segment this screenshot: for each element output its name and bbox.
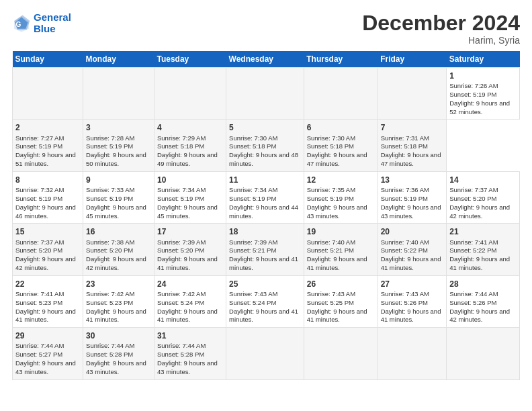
sunrise-text: Sunrise: 7:42 AM [86, 290, 151, 299]
sunrise-text: Sunrise: 7:44 AM [15, 342, 80, 351]
calendar-week-row: 15Sunrise: 7:37 AMSunset: 5:20 PMDayligh… [13, 224, 520, 275]
sunrise-text: Sunrise: 7:43 AM [307, 290, 375, 299]
sunrise-text: Sunrise: 7:42 AM [157, 290, 223, 299]
sunset-text: Sunset: 5:18 PM [381, 142, 444, 151]
sunrise-text: Sunrise: 7:34 AM [157, 186, 223, 195]
sunset-text: Sunset: 5:24 PM [157, 299, 223, 308]
day-number: 28 [449, 279, 517, 289]
calendar-cell [226, 68, 304, 120]
sunrise-text: Sunrise: 7:31 AM [381, 134, 444, 143]
day-number: 23 [86, 279, 151, 289]
day-number: 29 [15, 330, 80, 341]
sunrise-text: Sunrise: 7:44 AM [157, 342, 223, 351]
daylight-text: Daylight: 9 hours and 50 minutes. [86, 151, 151, 169]
sunset-text: Sunset: 5:19 PM [15, 195, 80, 203]
sunset-text: Sunset: 5:20 PM [449, 195, 517, 203]
sunset-text: Sunset: 5:20 PM [157, 246, 223, 255]
sunset-text: Sunset: 5:23 PM [86, 299, 151, 308]
calendar-cell: 15Sunrise: 7:37 AMSunset: 5:20 PMDayligh… [13, 224, 83, 275]
daylight-text: Daylight: 9 hours and 41 minutes. [86, 308, 151, 325]
day-number: 2 [15, 122, 80, 133]
day-number: 3 [86, 122, 151, 133]
sunset-text: Sunset: 5:19 PM [381, 195, 444, 203]
calendar-cell: 29Sunrise: 7:44 AMSunset: 5:27 PMDayligh… [13, 328, 83, 379]
day-number: 16 [86, 226, 151, 237]
sunset-text: Sunset: 5:20 PM [15, 246, 80, 255]
sunrise-text: Sunrise: 7:44 AM [86, 342, 151, 351]
sunrise-text: Sunrise: 7:33 AM [86, 186, 151, 195]
day-number: 26 [307, 279, 375, 289]
day-number: 27 [381, 279, 444, 289]
sunrise-text: Sunrise: 7:43 AM [229, 290, 301, 299]
sunrise-text: Sunrise: 7:40 AM [307, 238, 375, 247]
calendar-cell: 13Sunrise: 7:36 AMSunset: 5:19 PMDayligh… [378, 171, 447, 223]
day-number: 10 [157, 175, 223, 185]
calendar-cell: 26Sunrise: 7:43 AMSunset: 5:25 PMDayligh… [304, 275, 378, 327]
day-number: 22 [15, 279, 80, 289]
logo: G General Blue [12, 12, 71, 34]
daylight-text: Daylight: 9 hours and 43 minutes. [381, 203, 444, 221]
weekday-header: Saturday [447, 51, 520, 68]
day-number: 14 [449, 175, 517, 185]
daylight-text: Daylight: 9 hours and 41 minutes. [449, 255, 517, 273]
sunset-text: Sunset: 5:28 PM [86, 351, 151, 359]
day-number: 9 [86, 175, 151, 185]
sunset-text: Sunset: 5:18 PM [157, 142, 223, 151]
daylight-text: Daylight: 9 hours and 41 minutes. [381, 255, 444, 273]
day-number: 7 [381, 122, 444, 133]
calendar-cell [378, 328, 447, 379]
sunset-text: Sunset: 5:19 PM [307, 195, 375, 203]
daylight-text: Daylight: 9 hours and 47 minutes. [381, 151, 444, 169]
calendar-cell: 10Sunrise: 7:34 AMSunset: 5:19 PMDayligh… [154, 171, 226, 223]
day-number: 30 [86, 330, 151, 341]
daylight-text: Daylight: 9 hours and 42 minutes. [449, 203, 517, 221]
calendar-cell: 31Sunrise: 7:44 AMSunset: 5:28 PMDayligh… [154, 328, 226, 379]
daylight-text: Daylight: 9 hours and 41 minutes. [15, 308, 80, 325]
sunset-text: Sunset: 5:19 PM [15, 142, 80, 151]
sunrise-text: Sunrise: 7:40 AM [381, 238, 444, 247]
day-number: 19 [307, 226, 375, 237]
sunrise-text: Sunrise: 7:35 AM [307, 186, 375, 195]
calendar-week-row: 29Sunrise: 7:44 AMSunset: 5:27 PMDayligh… [13, 328, 520, 379]
calendar-cell: 24Sunrise: 7:42 AMSunset: 5:24 PMDayligh… [154, 275, 226, 327]
daylight-text: Daylight: 9 hours and 41 minutes. [157, 308, 223, 325]
day-number: 13 [381, 175, 444, 185]
calendar-cell: 11Sunrise: 7:34 AMSunset: 5:19 PMDayligh… [226, 171, 304, 223]
sunset-text: Sunset: 5:20 PM [86, 246, 151, 255]
daylight-text: Daylight: 9 hours and 42 minutes. [15, 255, 80, 273]
daylight-text: Daylight: 9 hours and 44 minutes. [229, 203, 301, 221]
weekday-header: Friday [378, 51, 447, 68]
sunrise-text: Sunrise: 7:28 AM [86, 134, 151, 143]
sunrise-text: Sunrise: 7:44 AM [449, 290, 517, 299]
weekday-header: Thursday [304, 51, 378, 68]
calendar-cell: 28Sunrise: 7:44 AMSunset: 5:26 PMDayligh… [447, 275, 520, 327]
daylight-text: Daylight: 9 hours and 41 minutes. [307, 255, 375, 273]
sunrise-text: Sunrise: 7:39 AM [157, 238, 223, 247]
sunset-text: Sunset: 5:24 PM [229, 299, 301, 308]
sunrise-text: Sunrise: 7:32 AM [15, 186, 80, 195]
weekday-header: Tuesday [154, 51, 226, 68]
daylight-text: Daylight: 9 hours and 45 minutes. [86, 203, 151, 221]
sunset-text: Sunset: 5:19 PM [157, 195, 223, 203]
daylight-text: Daylight: 9 hours and 43 minutes. [15, 359, 80, 377]
header: G General Blue December 2024 Harim, Syri… [12, 12, 520, 46]
sunset-text: Sunset: 5:19 PM [86, 195, 151, 203]
calendar-cell: 9Sunrise: 7:33 AMSunset: 5:19 PMDaylight… [83, 171, 154, 223]
day-number: 8 [15, 175, 80, 185]
logo-text: General Blue [34, 12, 71, 34]
sunset-text: Sunset: 5:26 PM [381, 299, 444, 308]
sunset-text: Sunset: 5:19 PM [229, 195, 301, 203]
sunrise-text: Sunrise: 7:37 AM [449, 186, 517, 195]
calendar-cell: 23Sunrise: 7:42 AMSunset: 5:23 PMDayligh… [83, 275, 154, 327]
day-number: 4 [157, 122, 223, 133]
sunset-text: Sunset: 5:21 PM [229, 246, 301, 255]
sunrise-text: Sunrise: 7:26 AM [449, 82, 517, 91]
sunrise-text: Sunrise: 7:30 AM [307, 134, 375, 143]
sunset-text: Sunset: 5:19 PM [86, 142, 151, 151]
calendar-cell: 3Sunrise: 7:28 AMSunset: 5:19 PMDaylight… [83, 120, 154, 171]
daylight-text: Daylight: 9 hours and 43 minutes. [307, 203, 375, 221]
sunset-text: Sunset: 5:28 PM [157, 351, 223, 359]
daylight-text: Daylight: 9 hours and 41 minutes. [307, 308, 375, 325]
sunset-text: Sunset: 5:18 PM [229, 142, 301, 151]
calendar-cell: 8Sunrise: 7:32 AMSunset: 5:19 PMDaylight… [13, 171, 83, 223]
